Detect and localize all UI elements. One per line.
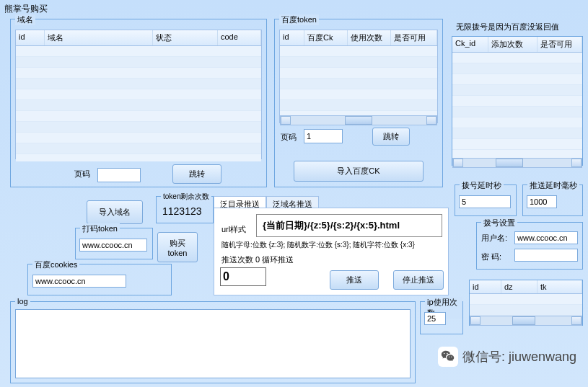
url-style-label: url样式 xyxy=(221,224,246,235)
watermark: 微信号: jiuwenwang xyxy=(438,347,576,367)
scroll-right-icon[interactable] xyxy=(426,116,436,125)
stop-push-button[interactable]: 停止推送 xyxy=(393,270,444,290)
table-row[interactable] xyxy=(16,111,261,122)
domain-jump-button[interactable]: 跳转 xyxy=(172,164,221,184)
table-row[interactable] xyxy=(16,89,261,100)
col-status[interactable]: 状态 xyxy=(153,30,218,45)
table-row[interactable] xyxy=(452,74,582,85)
table-row[interactable] xyxy=(452,85,582,96)
scroll-right-icon[interactable] xyxy=(571,159,582,167)
ip-usage-group: ip使用次数 xyxy=(420,301,463,334)
dial-delay-input[interactable] xyxy=(459,195,511,208)
col-tk[interactable]: tk xyxy=(537,280,582,293)
col-ckid[interactable]: Ck_id xyxy=(452,37,488,52)
scroll-left-icon[interactable] xyxy=(453,159,463,167)
col-usage[interactable]: 使用次数 xyxy=(348,30,391,45)
token-page-input[interactable] xyxy=(304,129,343,143)
token-scrollbar[interactable] xyxy=(280,115,437,125)
push-delay-label: 推送延时毫秒 xyxy=(527,180,579,191)
table-row[interactable] xyxy=(280,79,437,89)
col-usable[interactable]: 是否可用 xyxy=(391,30,437,45)
table-row[interactable] xyxy=(16,79,261,89)
push-count-input[interactable] xyxy=(220,267,266,286)
table-row[interactable] xyxy=(452,117,582,128)
ck-listview[interactable]: Ck_id 添加次数 是否可用 xyxy=(452,36,583,166)
push-count-label: 推送次数 0 循环推送 xyxy=(221,254,294,265)
push-delay-group: 推送延时毫秒 xyxy=(522,184,583,216)
push-button[interactable]: 推送 xyxy=(330,270,379,290)
token-remain-label: token剩余次数 xyxy=(161,192,211,202)
dial-delay-label: 拨号延时秒 xyxy=(460,180,504,191)
table-row[interactable] xyxy=(280,57,437,68)
table-row[interactable] xyxy=(452,139,582,150)
dial-pass-input[interactable] xyxy=(514,249,578,262)
dama-token-input[interactable] xyxy=(79,239,147,252)
col-ck[interactable]: 百度Ck xyxy=(304,30,348,45)
scroll-left-icon[interactable] xyxy=(470,316,481,325)
scroll-right-icon[interactable] xyxy=(571,316,582,325)
ck-list-header: Ck_id 添加次数 是否可用 xyxy=(452,37,582,53)
table-row[interactable] xyxy=(452,107,582,117)
col-id[interactable]: id xyxy=(280,30,304,45)
mini-listview[interactable]: id dz tk xyxy=(469,280,583,326)
buy-token-button[interactable]: 购买 token xyxy=(157,232,198,262)
token-jump-button[interactable]: 跳转 xyxy=(372,128,410,146)
dama-token-label: 打码token xyxy=(80,223,120,234)
log-group: log xyxy=(10,301,416,383)
col-usable[interactable]: 是否可用 xyxy=(537,37,582,52)
table-row[interactable] xyxy=(280,89,437,100)
domain-listview[interactable]: id 域名 状态 code xyxy=(15,30,262,159)
scroll-thumb[interactable] xyxy=(512,316,535,325)
table-row[interactable] xyxy=(452,128,582,139)
table-row[interactable] xyxy=(280,46,437,57)
table-row[interactable] xyxy=(16,143,261,154)
table-row[interactable] xyxy=(470,305,582,316)
col-addcount[interactable]: 添加次数 xyxy=(488,37,537,52)
table-row[interactable] xyxy=(16,100,261,111)
scroll-thumb[interactable] xyxy=(496,159,523,167)
log-textarea[interactable] xyxy=(15,309,411,378)
dial-user-input[interactable] xyxy=(514,231,578,244)
table-row[interactable] xyxy=(16,46,261,57)
log-label: log xyxy=(15,297,30,306)
wechat-icon xyxy=(438,347,458,367)
table-row[interactable] xyxy=(470,294,582,305)
table-row[interactable] xyxy=(16,68,261,79)
push-panel: url样式 {当前日期}/{z:5}/{s:2}/{x:5}.html 随机字母… xyxy=(214,208,449,295)
scroll-left-icon[interactable] xyxy=(281,116,291,125)
token-group: 百度token id 百度Ck 使用次数 是否可用 页码 跳转 导入百度CK xyxy=(274,19,443,187)
scroll-thumb[interactable] xyxy=(345,116,372,125)
baidu-cookies-group: 百度cookies xyxy=(27,264,172,295)
dial-delay-group: 拨号延时秒 xyxy=(455,184,517,216)
table-row[interactable] xyxy=(16,133,261,143)
table-row[interactable] xyxy=(16,57,261,68)
domain-page-input[interactable] xyxy=(97,168,141,182)
domain-list-header: id 域名 状态 code xyxy=(16,30,261,46)
col-domain[interactable]: 域名 xyxy=(45,30,153,45)
table-row[interactable] xyxy=(452,63,582,74)
mini-scrollbar[interactable] xyxy=(470,316,582,326)
col-id[interactable]: id xyxy=(16,30,45,45)
baidu-cookies-label: 百度cookies xyxy=(32,259,79,270)
table-row[interactable] xyxy=(452,96,582,107)
baidu-cookies-input[interactable] xyxy=(32,275,126,288)
dial-settings-label: 拨号设置 xyxy=(481,218,517,228)
table-row[interactable] xyxy=(280,68,437,79)
table-row[interactable] xyxy=(452,53,582,63)
url-pattern-box: {当前日期}/{z:5}/{s:2}/{x:5}.html xyxy=(256,214,442,237)
token-listview[interactable]: id 百度Ck 使用次数 是否可用 xyxy=(279,30,438,123)
table-row[interactable] xyxy=(280,100,437,111)
col-id[interactable]: id xyxy=(470,280,501,293)
dial-settings-group: 拨号设置 用户名: 密 码: xyxy=(476,222,583,270)
import-domain-button[interactable]: 导入域名 xyxy=(87,200,143,224)
domain-group: 域名 id 域名 状态 code 页码 跳转 xyxy=(10,19,267,187)
url-hint: 随机字母:位数 {z:3}; 随机数字:位数 {s:3}; 随机字符:位数 {x… xyxy=(221,240,415,250)
table-row[interactable] xyxy=(16,122,261,133)
ip-usage-input[interactable] xyxy=(424,312,446,325)
push-delay-input[interactable] xyxy=(527,195,557,208)
token-remain-value: 1123123 xyxy=(162,205,202,217)
col-dz[interactable]: dz xyxy=(501,280,537,293)
ck-scrollbar[interactable] xyxy=(452,158,582,168)
import-ck-button[interactable]: 导入百度CK xyxy=(294,161,424,182)
col-code[interactable]: code xyxy=(218,30,261,45)
